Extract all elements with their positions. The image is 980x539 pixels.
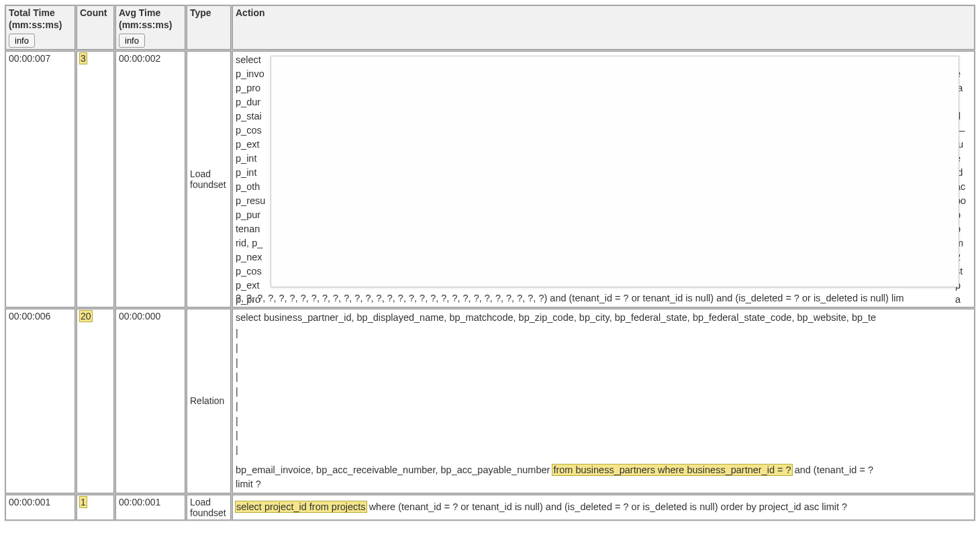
cell-avg: 00:00:000 <box>115 309 185 493</box>
header-action: Action <box>232 5 975 50</box>
count-highlight: 20 <box>80 311 92 322</box>
profiler-table: Total Time (mm:ss:ms) info Count Avg Tim… <box>4 4 976 522</box>
header-type-label: Type <box>190 7 211 18</box>
action-fragment-bottom: ?, ?, ?, ?, ?, ?, ?, ?, ?, ?, ?, ?, ?, ?… <box>236 291 971 305</box>
cell-type: Load foundset <box>187 51 231 307</box>
cell-type: Relation <box>187 309 231 493</box>
info-button-avg[interactable]: info <box>119 34 145 48</box>
header-count: Count <box>77 5 114 50</box>
header-row: Total Time (mm:ss:ms) info Count Avg Tim… <box>5 5 975 50</box>
header-type: Type <box>187 5 231 50</box>
cell-type: Load foundset <box>187 495 231 520</box>
header-count-label: Count <box>80 7 107 18</box>
cell-total: 00:00:007 <box>5 51 75 307</box>
cell-total: 00:00:001 <box>5 495 75 520</box>
header-avg-time: Avg Time (mm:ss:ms) info <box>115 5 185 50</box>
action-highlight: select project_id from projects <box>236 501 366 512</box>
cell-count: 3 <box>77 51 114 307</box>
cell-action: select p_invo p_pro p_dur p_stai p_cos p… <box>232 51 975 307</box>
table-row: 00:00:006 20 00:00:000 Relation select b… <box>5 309 975 493</box>
header-total-time: Total Time (mm:ss:ms) info <box>5 5 75 50</box>
action-post: where (tenant_id = ? or tenant_id is nul… <box>366 501 848 512</box>
cell-count: 1 <box>77 495 114 520</box>
cell-action: select business_partner_id, bp_displayed… <box>232 309 975 493</box>
action-bottom-line: bp_email_invoice, bp_acc_receivable_numb… <box>236 463 971 491</box>
count-highlight: 3 <box>80 53 87 64</box>
cell-avg: 00:00:002 <box>115 51 185 307</box>
cell-action: select project_id from projects where (t… <box>232 495 975 520</box>
cell-total: 00:00:006 <box>5 309 75 493</box>
info-button-total[interactable]: info <box>9 34 35 48</box>
count-highlight: 1 <box>80 497 87 507</box>
header-avg-time-label: Avg Time (mm:ss:ms) <box>119 7 172 31</box>
table-row: 00:00:001 1 00:00:001 Load foundset sele… <box>5 495 975 520</box>
action-highlight: from business_partners where business_pa… <box>552 464 791 475</box>
action-pipes: | | | | | | | | | <box>236 326 971 458</box>
table-row: 00:00:007 3 00:00:002 Load foundset sele… <box>5 51 975 307</box>
cell-avg: 00:00:001 <box>115 495 185 520</box>
cell-count: 20 <box>77 309 114 493</box>
tooltip-panel <box>271 56 959 287</box>
header-total-time-label: Total Time (mm:ss:ms) <box>9 7 62 31</box>
action-top-line: select business_partner_id, bp_displayed… <box>236 311 971 325</box>
action-fragment-left: select p_invo p_pro p_dur p_stai p_cos p… <box>236 53 271 307</box>
action-bottom-line2: limit ? <box>236 479 261 489</box>
header-action-label: Action <box>236 7 265 18</box>
action-bottom-post: and (tenant_id = ? <box>792 464 873 475</box>
action-bottom-pre: bp_email_invoice, bp_acc_receivable_numb… <box>236 464 552 475</box>
